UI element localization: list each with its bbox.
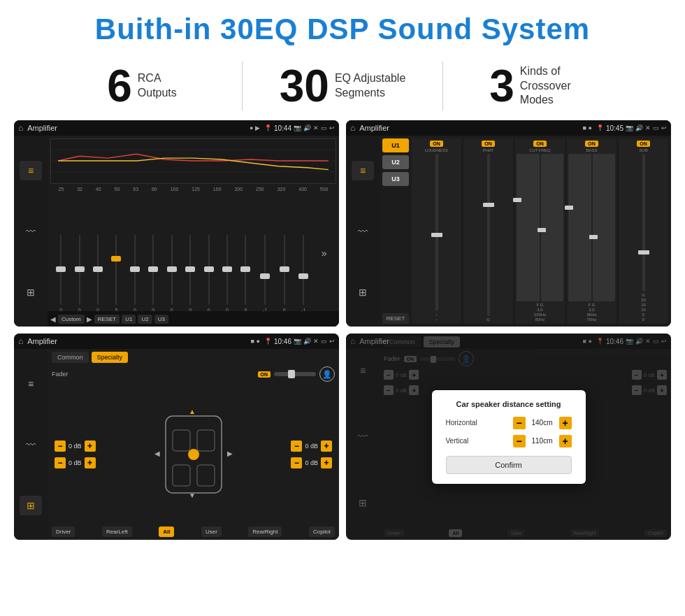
eq-slider-1[interactable]: 0 [59, 194, 62, 313]
eq-slider-7[interactable]: 0 [171, 194, 173, 313]
amp-sidebar-vol[interactable]: ⊞ [352, 282, 374, 302]
dot-icon-3: ■ ● [251, 338, 260, 345]
loudness-slider[interactable] [435, 154, 438, 311]
fader-main: Common Specialty Fader ON 👤 − 0 dB [48, 349, 339, 540]
vertical-minus[interactable]: − [513, 435, 526, 447]
expand-icon[interactable]: » [322, 248, 327, 259]
horizontal-plus[interactable]: + [559, 417, 572, 429]
horizontal-minus[interactable]: − [513, 417, 526, 429]
prev-icon[interactable]: ◀ [50, 315, 56, 323]
screen1-title: Amplifier [27, 124, 245, 132]
cutfreq-on[interactable]: ON [533, 141, 547, 147]
u3-btn-1[interactable]: U3 [154, 315, 168, 324]
preset-u2[interactable]: U2 [382, 155, 409, 169]
fader-sidebar-eq[interactable]: ≡ [20, 374, 42, 394]
phat-slider[interactable] [487, 154, 490, 316]
eq-sidebar-vol[interactable]: ⊞ [20, 282, 42, 302]
eq-labels: 25 32 40 50 63 80 100 125 160 200 250 32… [50, 187, 336, 192]
eq-slider-4[interactable]: 5 [115, 194, 118, 313]
eq-slider-14[interactable]: -1 [301, 194, 305, 313]
u2-btn-1[interactable]: U2 [138, 315, 152, 324]
confirm-button[interactable]: Confirm [446, 456, 572, 474]
amp-presets: U1 U2 U3 RESET [382, 138, 409, 324]
fader-plus-3[interactable]: + [321, 440, 332, 452]
tab-common[interactable]: Common [52, 352, 89, 363]
eq-slider-3[interactable]: 0 [96, 194, 99, 313]
amp-loudness: ON LOUDNESS ~ ~ [412, 138, 461, 324]
bass-on[interactable]: ON [585, 141, 598, 147]
status-bar-3: ⌂ Amplifier ■ ● 📍 10:46 📷 🔊 ✕ ▭ ↩ [14, 334, 339, 349]
fader-header: Fader ON 👤 [52, 366, 335, 382]
custom-btn[interactable]: Custom [58, 315, 85, 324]
phat-on[interactable]: ON [482, 141, 495, 147]
reset-btn-1[interactable]: RESET [94, 315, 120, 324]
fader-plus-1[interactable]: + [85, 440, 96, 452]
eq-sliders: 0 0 0 5 0 [50, 194, 336, 327]
vertical-plus[interactable]: + [559, 435, 572, 447]
eq-slider-9[interactable]: 0 [208, 194, 210, 313]
amp-reset-btn[interactable]: RESET [382, 313, 409, 324]
fader-minus-3[interactable]: − [291, 440, 302, 452]
amp-cutfreq: ON CUT FREQ F G 3.0 [515, 138, 565, 324]
eq-slider-12[interactable]: -1 [263, 194, 267, 313]
eq-slider-6[interactable]: 0 [152, 194, 154, 313]
sub-slider[interactable] [642, 154, 645, 292]
home-icon-1[interactable]: ⌂ [18, 123, 23, 133]
rearright-btn[interactable]: RearRight [248, 527, 282, 537]
bass-slider-g[interactable] [593, 154, 616, 301]
all-btn[interactable]: All [159, 527, 174, 537]
fader-db-val-3: 0 dB [305, 443, 318, 450]
status-icons-2: 📍 10:45 📷 🔊 ✕ ▭ ↩ [596, 124, 667, 132]
loudness-on[interactable]: ON [430, 141, 443, 147]
eq-slider-5[interactable]: 0 [134, 194, 136, 313]
cutfreq-slider-f[interactable] [517, 154, 540, 301]
u1-btn-1[interactable]: U1 [122, 315, 136, 324]
fader-sidebar-wave[interactable]: 〰 [20, 435, 42, 454]
profile-icon[interactable]: 👤 [319, 366, 335, 382]
fader-sidebar-vol[interactable]: ⊞ [20, 496, 42, 515]
eq-slider-10[interactable]: 0 [226, 194, 229, 313]
copilot-btn[interactable]: Copilot [309, 527, 335, 537]
eq-main: 25 32 40 50 63 80 100 125 160 200 250 32… [48, 136, 339, 327]
x-icon-3: ✕ [313, 338, 319, 345]
fader-on-badge[interactable]: ON [258, 371, 271, 378]
win-icon-2: ▭ [653, 124, 659, 131]
x-icon-1: ✕ [313, 124, 319, 131]
home-icon-3[interactable]: ⌂ [18, 336, 23, 346]
eq-slider-2[interactable]: 0 [78, 194, 81, 313]
cutfreq-slider-g[interactable] [541, 154, 564, 301]
next-icon[interactable]: ▶ [87, 315, 92, 323]
eq-slider-13[interactable]: 0 [283, 194, 286, 313]
svg-point-8 [188, 449, 199, 460]
user-btn[interactable]: User [201, 527, 222, 537]
eq-slider-8[interactable]: 0 [189, 194, 192, 313]
preset-u1[interactable]: U1 [382, 138, 409, 152]
fader-left-controls: − 0 dB + − 0 dB + [55, 440, 96, 468]
eq-slider-11[interactable]: 0 [244, 194, 247, 313]
fader-minus-2[interactable]: − [55, 457, 66, 468]
stat-crossover: 3 Kinds ofCrossover Modes [443, 64, 643, 108]
fader-minus-4[interactable]: − [291, 457, 302, 468]
stat-eq-text: EQ AdjustableSegments [335, 71, 405, 101]
bass-slider-f[interactable] [568, 154, 591, 301]
screens-grid: ⌂ Amplifier ● ▶ 📍 10:44 📷 🔊 ✕ ▭ ↩ ≡ 〰 ⊞ [0, 120, 685, 540]
driver-btn[interactable]: Driver [52, 527, 75, 537]
amp-sidebar-wave[interactable]: 〰 [352, 222, 374, 241]
fader-right-controls: − 0 dB + − 0 dB + [291, 440, 332, 468]
eq-sidebar-wave[interactable]: 〰 [20, 222, 42, 241]
fader-plus-2[interactable]: + [85, 457, 96, 468]
tab-specialty[interactable]: Specialty [92, 352, 129, 363]
rearleft-btn[interactable]: RearLeft [102, 527, 132, 537]
amp-content: ≡ 〰 ⊞ U1 U2 U3 RESET ON LOUDNESS [346, 136, 671, 327]
svg-text:▲: ▲ [189, 408, 196, 415]
fader-slider-h[interactable] [274, 372, 316, 376]
eq-sidebar-eq[interactable]: ≡ [20, 161, 42, 180]
fader-content: ≡ 〰 ⊞ Common Specialty Fader ON 👤 [14, 349, 339, 540]
home-icon-2[interactable]: ⌂ [350, 123, 355, 133]
amp-sidebar-eq[interactable]: ≡ [352, 161, 374, 180]
svg-text:◀: ◀ [154, 450, 160, 457]
fader-minus-1[interactable]: − [55, 440, 66, 452]
sub-on[interactable]: ON [637, 141, 650, 147]
fader-plus-4[interactable]: + [321, 457, 332, 468]
preset-u3[interactable]: U3 [382, 172, 409, 186]
